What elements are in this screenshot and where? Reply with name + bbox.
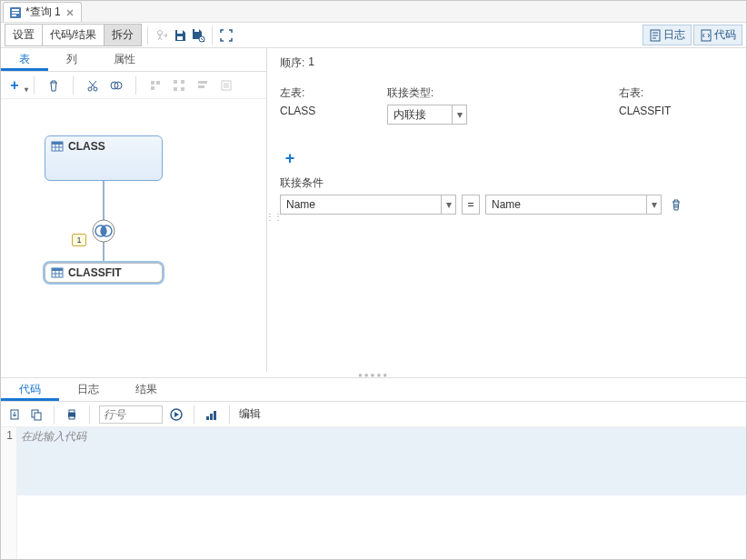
drag-handle[interactable]: ⋮⋮ <box>265 212 282 222</box>
condition-left-select[interactable]: Name ▾ <box>280 195 456 215</box>
separator <box>89 405 90 424</box>
separator <box>73 76 74 95</box>
diagram-toolbar: +▾ <box>1 72 266 99</box>
svg-rect-3 <box>12 15 16 16</box>
line-gutter: 1 <box>1 427 17 559</box>
diagram-canvas[interactable]: CLASS 1 CLASSFIT <box>1 99 266 372</box>
left-pane: 表 列 属性 +▾ <box>1 48 267 372</box>
separator <box>229 405 230 424</box>
left-table-value: CLASS <box>280 105 315 117</box>
right-table-label: 右表: <box>619 86 643 99</box>
code-button[interactable]: 代码 <box>693 25 742 45</box>
main-toolbar: 设置 代码/结果 拆分 日志 代码 <box>1 23 746 48</box>
svg-rect-26 <box>52 142 63 145</box>
app-window: *查询 1 设置 代码/结果 拆分 日志 <box>0 0 747 560</box>
svg-rect-23 <box>198 85 204 88</box>
goto-line-icon[interactable] <box>168 406 184 423</box>
find-icon[interactable] <box>204 406 220 423</box>
tab-attr[interactable]: 属性 <box>95 48 154 71</box>
delete-icon[interactable] <box>45 77 62 94</box>
run-icon <box>154 27 170 44</box>
delete-condition-icon[interactable] <box>667 195 685 214</box>
svg-rect-1 <box>12 9 19 11</box>
view-segmented: 设置 代码/结果 拆分 <box>5 24 142 46</box>
order-label: 顺序: <box>280 55 304 71</box>
svg-rect-2 <box>12 12 19 14</box>
code-toolbar: 编辑 <box>1 402 746 427</box>
lower-tabs: 代码 日志 结果 <box>1 378 746 402</box>
code-editor[interactable]: 1 在此输入代码 <box>1 427 746 559</box>
table-icon <box>51 140 64 153</box>
cut-icon[interactable] <box>85 77 101 94</box>
tab-result[interactable]: 结果 <box>117 378 175 401</box>
svg-rect-40 <box>210 414 213 420</box>
group-icon <box>147 77 164 94</box>
line-number-input[interactable] <box>99 405 163 424</box>
lower-pane: 代码 日志 结果 编辑 1 在此输入代码 <box>1 377 746 559</box>
svg-rect-15 <box>151 81 154 85</box>
tab-code[interactable]: 代码 <box>1 378 59 401</box>
code-placeholder: 在此输入代码 <box>17 427 746 495</box>
table-node-class[interactable]: CLASS <box>45 135 163 181</box>
separator <box>147 26 148 45</box>
separator <box>54 405 55 424</box>
svg-rect-17 <box>151 86 154 90</box>
save-icon[interactable] <box>172 27 188 44</box>
add-condition-button[interactable]: + <box>280 148 300 168</box>
code-icon <box>700 29 712 42</box>
fullscreen-icon[interactable] <box>218 27 234 44</box>
right-table-value: CLASSFIT <box>619 105 671 117</box>
svg-rect-41 <box>214 411 216 420</box>
query-icon <box>9 6 22 19</box>
table-node-label: CLASS <box>68 140 105 153</box>
svg-rect-16 <box>156 81 160 85</box>
svg-rect-20 <box>174 87 177 91</box>
conditions-title: 联接条件 <box>280 175 733 191</box>
edit-label[interactable]: 编辑 <box>239 406 261 422</box>
ungroup-icon <box>171 77 187 94</box>
table-node-classfit[interactable]: CLASSFIT <box>45 263 163 283</box>
svg-point-11 <box>88 87 92 91</box>
tab-column[interactable]: 列 <box>48 48 95 71</box>
svg-rect-34 <box>35 413 41 420</box>
log-button-label: 日志 <box>663 27 685 43</box>
join-icon[interactable] <box>108 77 124 94</box>
join-type-select[interactable]: 内联接 ▾ <box>387 105 467 125</box>
svg-rect-36 <box>69 410 75 413</box>
tab-log[interactable]: 日志 <box>59 378 117 401</box>
add-icon[interactable]: +▾ <box>6 77 23 94</box>
view-settings-button[interactable]: 设置 <box>5 25 43 45</box>
table-node-label: CLASSFIT <box>68 266 122 279</box>
save-as-icon[interactable] <box>190 27 206 44</box>
join-properties-pane: ⋮⋮ 顺序: 1 左表: 联接类型: 右表: CLASS 内联接 ▾ <box>267 48 746 372</box>
view-code-result-button[interactable]: 代码/结果 <box>43 25 105 45</box>
join-badge: 1 <box>72 234 86 246</box>
tab-table[interactable]: 表 <box>1 48 48 71</box>
svg-rect-7 <box>194 29 199 32</box>
svg-rect-5 <box>177 30 183 34</box>
print-icon[interactable] <box>64 406 80 423</box>
close-icon[interactable] <box>65 7 75 18</box>
condition-row: Name ▾ = Name ▾ <box>280 195 733 215</box>
chevron-down-icon: ▾ <box>441 195 455 214</box>
condition-right-select[interactable]: Name ▾ <box>485 195 662 215</box>
separator <box>212 26 213 45</box>
svg-rect-18 <box>174 80 177 84</box>
view-split-button[interactable]: 拆分 <box>105 25 141 45</box>
condition-operator[interactable]: = <box>462 195 480 215</box>
line-number: 1 <box>6 429 13 442</box>
sub-tabs: 表 列 属性 <box>1 48 266 72</box>
left-table-label: 左表: <box>280 86 304 99</box>
separator <box>34 76 35 95</box>
code-button-label: 代码 <box>714 27 736 43</box>
separator <box>194 405 194 424</box>
svg-rect-39 <box>206 416 209 420</box>
join-node[interactable] <box>92 219 115 243</box>
svg-rect-37 <box>69 416 75 419</box>
condition-left-value: Name <box>281 198 441 211</box>
svg-rect-19 <box>181 80 184 84</box>
document-tab[interactable]: *查询 1 <box>3 2 82 22</box>
copy-icon[interactable] <box>28 406 45 423</box>
log-button[interactable]: 日志 <box>642 25 692 45</box>
export-icon[interactable] <box>6 406 23 423</box>
